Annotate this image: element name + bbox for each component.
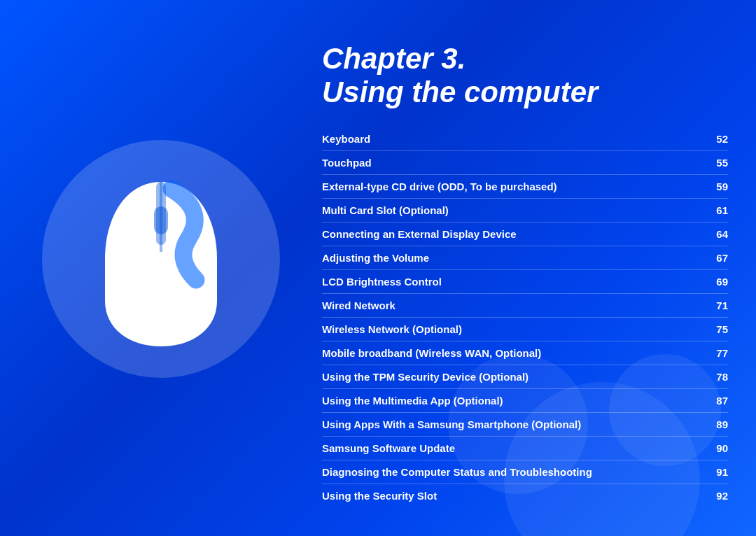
- toc-item-page: 89: [707, 418, 728, 430]
- toc-item: Connecting an External Display Device64: [322, 225, 728, 244]
- toc-item-label: Using Apps With a Samsung Smartphone (Op…: [322, 418, 707, 430]
- toc-item-page: 69: [707, 276, 728, 288]
- toc-item-page: 91: [707, 466, 728, 478]
- toc-item-page: 75: [707, 323, 728, 335]
- toc-item-page: 67: [707, 252, 728, 264]
- toc-list: Keyboard52Touchpad55External-type CD dri…: [322, 129, 728, 505]
- toc-item: Keyboard52: [322, 129, 728, 148]
- left-illustration-panel: [28, 56, 294, 462]
- toc-item-page: 77: [707, 347, 728, 359]
- toc-item-label: Samsung Software Update: [322, 442, 707, 454]
- toc-item-page: 52: [707, 133, 728, 145]
- toc-item: Wired Network71: [322, 296, 728, 315]
- chapter-heading: Chapter 3. Using the computer: [322, 42, 728, 110]
- toc-item: LCD Brightness Control69: [322, 272, 728, 291]
- toc-item-label: Mobile broadband (Wireless WAN, Optional…: [322, 347, 707, 359]
- toc-item-label: Touchpad: [322, 157, 707, 169]
- toc-item: Samsung Software Update90: [322, 439, 728, 458]
- toc-item-label: Keyboard: [322, 133, 707, 145]
- toc-item: Wireless Network (Optional)75: [322, 320, 728, 339]
- toc-item: Diagnosing the Computer Status and Troub…: [322, 463, 728, 481]
- toc-divider: [322, 436, 728, 437]
- toc-item: Touchpad55: [322, 153, 728, 172]
- toc-divider: [322, 222, 728, 223]
- toc-divider: [322, 412, 728, 413]
- toc-divider: [322, 198, 728, 199]
- toc-item-page: 78: [707, 371, 728, 383]
- toc-divider: [322, 293, 728, 294]
- toc-item-page: 55: [707, 157, 728, 169]
- toc-divider: [322, 484, 728, 484]
- chapter-title-text: Using the computer: [322, 76, 728, 109]
- toc-item-label: Diagnosing the Computer Status and Troub…: [322, 466, 707, 478]
- right-content-panel: Chapter 3. Using the computer Keyboard52…: [322, 42, 728, 508]
- toc-item: Using Apps With a Samsung Smartphone (Op…: [322, 415, 728, 434]
- toc-divider: [322, 460, 728, 460]
- chapter-number: Chapter 3.: [322, 42, 465, 75]
- toc-item: Multi Card Slot (Optional)61: [322, 201, 728, 220]
- toc-item-label: Wired Network: [322, 299, 707, 311]
- toc-item: Using the TPM Security Device (Optional)…: [322, 367, 728, 386]
- toc-item: Adjusting the Volume67: [322, 248, 728, 267]
- toc-divider: [322, 246, 728, 246]
- toc-divider: [322, 150, 728, 151]
- toc-item-label: Wireless Network (Optional): [322, 323, 707, 335]
- toc-item: Using the Security Slot92: [322, 486, 728, 505]
- toc-item: External-type CD drive (ODD, To be purch…: [322, 177, 728, 196]
- toc-item: Using the Multimedia App (Optional)87: [322, 391, 728, 410]
- toc-item-page: 61: [707, 204, 728, 216]
- toc-item-label: Connecting an External Display Device: [322, 228, 707, 240]
- toc-item-page: 71: [707, 299, 728, 311]
- toc-item-page: 87: [707, 395, 728, 407]
- circle-background: [42, 140, 280, 378]
- toc-item-page: 64: [707, 228, 728, 240]
- toc-item-label: Multi Card Slot (Optional): [322, 204, 707, 216]
- toc-item: Mobile broadband (Wireless WAN, Optional…: [322, 344, 728, 362]
- toc-divider: [322, 174, 728, 175]
- toc-divider: [322, 317, 728, 318]
- toc-divider: [322, 365, 728, 365]
- svg-rect-2: [154, 206, 168, 234]
- toc-item-page: 92: [707, 490, 728, 502]
- toc-divider: [322, 341, 728, 341]
- toc-item-label: Using the Multimedia App (Optional): [322, 395, 707, 407]
- toc-item-page: 90: [707, 442, 728, 454]
- toc-item-label: Using the Security Slot: [322, 490, 707, 502]
- toc-item-label: LCD Brightness Control: [322, 276, 707, 288]
- toc-item-page: 59: [707, 181, 728, 192]
- toc-divider: [322, 269, 728, 270]
- toc-divider: [322, 388, 728, 389]
- toc-item-label: Using the TPM Security Device (Optional): [322, 371, 707, 383]
- toc-item-label: External-type CD drive (ODD, To be purch…: [322, 181, 707, 192]
- mouse-icon: [91, 168, 231, 350]
- toc-item-label: Adjusting the Volume: [322, 252, 707, 264]
